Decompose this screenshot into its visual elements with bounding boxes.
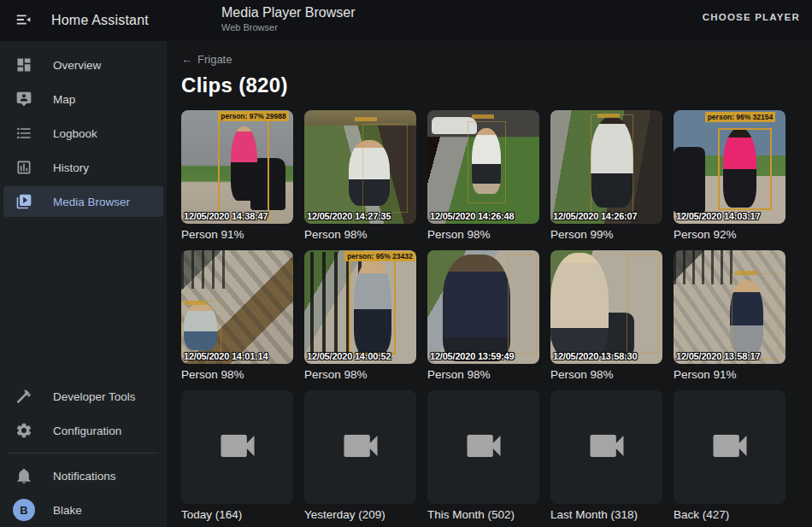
app-title: Home Assistant <box>51 13 149 28</box>
sidebar-spacer <box>0 219 167 379</box>
sidebar-item-label: History <box>53 161 89 174</box>
bell-icon <box>14 466 34 486</box>
page-subtitle: Web Browser <box>221 22 356 32</box>
breadcrumb-label: Frigate <box>197 53 232 66</box>
clip-thumbnail[interactable]: 12/05/2020 14:26:07 <box>550 110 662 224</box>
clip-timestamp: 12/05/2020 14:26:48 <box>430 211 514 221</box>
chart-box-icon <box>14 157 34 178</box>
clip-timestamp: 12/05/2020 14:03:17 <box>676 211 760 221</box>
clip-card: person: 97% 29988 12/05/2020 14:38:47 Pe… <box>181 110 293 243</box>
clips-grid: person: 97% 29988 12/05/2020 14:38:47 Pe… <box>181 110 812 523</box>
hammer-icon <box>14 386 34 407</box>
clip-caption: Person 98% <box>550 368 662 383</box>
sidebar-item-label: Developer Tools <box>53 390 136 403</box>
clip-timestamp: 12/05/2020 14:26:07 <box>553 211 637 221</box>
video-camera-icon <box>215 424 260 471</box>
video-camera-icon <box>338 424 383 471</box>
detection-label: person: 95% 23432 <box>344 251 415 261</box>
sidebar-item-logbook[interactable]: Logbook <box>3 118 163 149</box>
menu-icon <box>15 10 33 32</box>
folder-tile[interactable] <box>674 390 786 504</box>
clip-thumbnail[interactable]: 12/05/2020 14:01:14 <box>181 250 293 364</box>
sidebar-item-label: Media Browser <box>53 196 130 208</box>
clip-card: 12/05/2020 14:26:07 Person 99% <box>550 110 662 243</box>
sidebar-item-notifications[interactable]: Notifications <box>3 460 163 491</box>
folder-tile[interactable] <box>550 390 662 504</box>
folder-card-today: Today (164) <box>181 390 293 523</box>
clip-caption: Person 98% <box>427 228 539 243</box>
dashboard-icon <box>14 55 34 75</box>
folder-card-back: Back (427) <box>674 390 786 523</box>
sidebar-item-profile[interactable]: B Blake <box>3 495 163 525</box>
clip-thumbnail[interactable]: person: 97% 29988 12/05/2020 14:38:47 <box>181 110 293 224</box>
clip-card: person: 95% 23432 12/05/2020 14:00:52 Pe… <box>304 250 416 383</box>
back-arrow-icon: ← <box>181 53 192 66</box>
clip-thumbnail[interactable]: person: 95% 23432 12/05/2020 14:00:52 <box>304 250 416 364</box>
clip-caption: Person 98% <box>304 368 416 383</box>
sidebar-toggle-button[interactable] <box>7 3 41 38</box>
clip-thumbnail[interactable]: 12/05/2020 13:58:17 <box>674 250 786 364</box>
detection-bounding-box <box>732 273 779 360</box>
detection-label <box>735 271 757 275</box>
clip-card: 12/05/2020 14:01:14 Person 98% <box>181 250 293 383</box>
clip-caption: Person 99% <box>550 228 662 243</box>
folder-label: Yesterday (209) <box>304 508 416 523</box>
clip-timestamp: 12/05/2020 14:01:14 <box>184 351 268 361</box>
breadcrumb-frigate[interactable]: ← Frigate <box>181 53 232 66</box>
clip-timestamp: 12/05/2020 14:00:52 <box>307 351 391 361</box>
clip-caption: Person 91% <box>181 228 293 243</box>
sidebar-item-configuration[interactable]: Configuration <box>3 415 163 446</box>
top-app-bar: Home Assistant Media Player Browser Web … <box>0 0 812 41</box>
clip-timestamp: 12/05/2020 14:38:47 <box>184 211 268 221</box>
folder-label: Back (427) <box>674 508 786 523</box>
sidebar-item-developer-tools[interactable]: Developer Tools <box>3 381 163 412</box>
play-box-multiple-icon <box>14 191 34 212</box>
clip-card: 12/05/2020 14:26:48 Person 98% <box>427 110 539 243</box>
detection-bounding-box <box>468 121 506 203</box>
clip-caption: Person 98% <box>304 228 416 243</box>
clip-thumbnail[interactable]: person: 96% 32154 12/05/2020 14:03:17 <box>674 110 786 224</box>
folder-tile[interactable] <box>304 390 416 504</box>
clip-caption: Person 98% <box>181 368 293 383</box>
sidebar-item-label: Map <box>53 93 75 106</box>
sidebar-item-overview[interactable]: Overview <box>3 50 163 80</box>
detection-label: person: 96% 32154 <box>705 112 776 122</box>
sidebar-item-history[interactable]: History <box>3 152 163 183</box>
sidebar-divider <box>9 453 158 454</box>
clip-caption: Person 98% <box>427 368 539 383</box>
detection-bounding-box <box>181 301 221 353</box>
stroller-shape <box>674 147 705 213</box>
sidebar-item-media-browser[interactable]: Media Browser <box>3 186 163 217</box>
clip-caption: Person 92% <box>674 228 786 243</box>
choose-player-button[interactable]: CHOOSE PLAYER <box>703 12 800 22</box>
sidebar-item-label: Logbook <box>53 127 97 140</box>
folder-tile[interactable] <box>181 390 293 504</box>
list-icon <box>14 123 34 143</box>
detection-label: person: 97% 29988 <box>218 111 289 121</box>
clip-card: 12/05/2020 13:58:17 Person 91% <box>674 250 786 383</box>
folder-card-this-month: This Month (502) <box>427 390 539 523</box>
clip-card: person: 96% 32154 12/05/2020 14:03:17 Pe… <box>674 110 786 243</box>
folder-label: Today (164) <box>181 508 293 523</box>
sidebar-item-map[interactable]: Map <box>3 84 163 114</box>
clip-thumbnail[interactable]: 12/05/2020 14:26:48 <box>427 110 539 224</box>
sidebar-item-label: Configuration <box>53 425 121 437</box>
detection-bounding-box <box>627 255 660 352</box>
folder-label: This Month (502) <box>427 508 539 523</box>
clip-thumbnail[interactable]: 12/05/2020 14:27:35 <box>304 110 416 224</box>
main-content: ← Frigate Clips (820) person: 97% 29988 … <box>167 41 812 527</box>
folder-tile[interactable] <box>427 390 539 504</box>
clip-thumbnail[interactable]: 12/05/2020 13:58:30 <box>550 250 662 364</box>
clip-caption: Person 91% <box>674 368 786 383</box>
clip-thumbnail[interactable]: 12/05/2020 13:59:49 <box>427 250 539 364</box>
folder-card-yesterday: Yesterday (209) <box>304 390 416 523</box>
clip-timestamp: 12/05/2020 13:58:17 <box>676 351 760 361</box>
clip-timestamp: 12/05/2020 13:59:49 <box>430 351 514 361</box>
user-name: Blake <box>53 504 82 517</box>
detection-bounding-box <box>591 114 633 214</box>
detection-label <box>597 114 620 118</box>
video-camera-icon <box>708 424 752 471</box>
gear-icon <box>14 420 34 441</box>
sidebar: Overview Map Logbook History Media Brows… <box>0 41 167 527</box>
detection-bounding-box <box>362 124 407 213</box>
